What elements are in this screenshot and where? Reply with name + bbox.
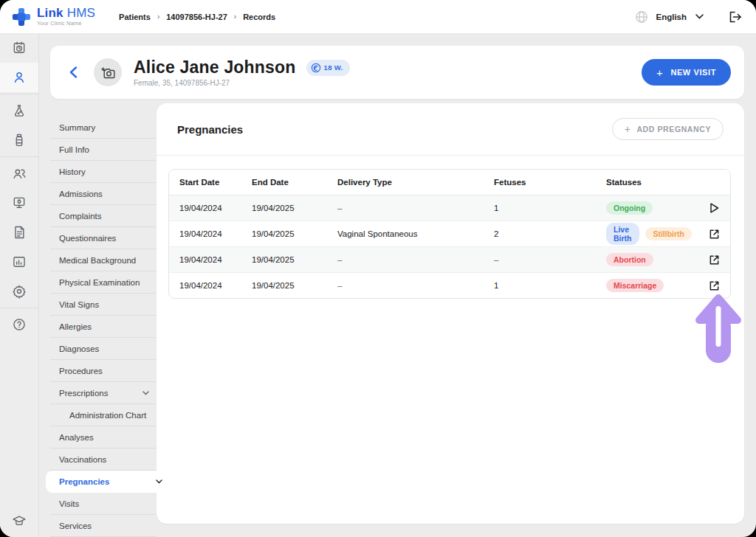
sidebar-item-diagnoses[interactable]: Diagnoses bbox=[50, 338, 157, 360]
chevron-down-icon bbox=[695, 14, 704, 19]
sidebar-item-physical-examination[interactable]: Physical Examination bbox=[50, 271, 157, 294]
status-badge: Ongoing bbox=[606, 201, 653, 215]
brand-logo[interactable]: Link HMS Your Clinic Name bbox=[12, 7, 95, 27]
col-statuses: Statuses bbox=[596, 178, 698, 187]
table-row[interactable]: 19/04/2024 19/04/2025 – 1 Miscarriage bbox=[169, 273, 730, 298]
open-in-new-icon bbox=[709, 229, 720, 240]
sidebar-item-vital-signs[interactable]: Vital Signs bbox=[50, 294, 157, 316]
top-bar: Link HMS Your Clinic Name Patients › 140… bbox=[0, 0, 756, 34]
status-badge: Live Birth bbox=[606, 223, 639, 245]
sidebar-item-analyses[interactable]: Analyses bbox=[50, 426, 157, 448]
table-row[interactable]: 19/04/2024 19/04/2025 – – Abortion bbox=[169, 247, 730, 273]
chevron-down-icon bbox=[156, 479, 162, 484]
col-fetuses: Fetuses bbox=[484, 178, 596, 187]
patient-name: Alice Jane Johnson bbox=[134, 58, 296, 77]
sidebar-item-history[interactable]: History bbox=[50, 161, 157, 183]
patient-avatar-upload[interactable] bbox=[94, 58, 122, 86]
table-row[interactable]: 19/04/2024 19/04/2025 Vaginal Spontaneou… bbox=[169, 221, 730, 247]
table-row[interactable]: 19/04/2024 19/04/2025 – 1 Ongoing bbox=[169, 195, 730, 221]
pregnancies-card: Pregnancies + ADD PREGNANCY Start Date E… bbox=[157, 103, 744, 524]
sidebar-item-visits[interactable]: Visits bbox=[50, 493, 157, 515]
sidebar-item-admissions[interactable]: Admissions bbox=[50, 183, 157, 205]
rail-billing-icon[interactable] bbox=[0, 218, 38, 247]
sidebar-item-pregnancies[interactable]: Pregnancies bbox=[46, 471, 170, 493]
rail-pharmacy-icon[interactable] bbox=[0, 125, 38, 155]
breadcrumb-separator: › bbox=[234, 13, 236, 21]
gestation-badge: 18 W. bbox=[306, 60, 351, 76]
play-icon bbox=[709, 202, 720, 214]
rail-laboratory-icon[interactable] bbox=[0, 96, 38, 125]
open-in-new-icon bbox=[709, 254, 720, 266]
breadcrumb-records[interactable]: Records bbox=[243, 13, 275, 21]
sidebar-item-prescriptions[interactable]: Prescriptions bbox=[50, 382, 157, 404]
language-label: English bbox=[656, 13, 687, 21]
status-badge: Miscarriage bbox=[606, 279, 664, 292]
sidebar-item-summary[interactable]: Summary bbox=[50, 117, 157, 139]
brand-cross-icon bbox=[12, 7, 31, 27]
rail-appointments-icon[interactable] bbox=[0, 33, 38, 63]
gestation-weeks: 18 W. bbox=[324, 63, 343, 72]
sidebar-item-vaccinations[interactable]: Vaccinations bbox=[50, 448, 157, 471]
chevron-left-icon bbox=[69, 66, 78, 78]
logout-icon bbox=[729, 10, 743, 24]
link-hms-app: Link HMS Your Clinic Name Patients › 140… bbox=[0, 0, 756, 537]
resume-pregnancy-button[interactable] bbox=[698, 202, 730, 214]
brand-tagline: Your Clinic Name bbox=[37, 21, 95, 27]
sidebar-item-services[interactable]: Services bbox=[50, 515, 157, 537]
add-pregnancy-button[interactable]: + ADD PREGNANCY bbox=[612, 118, 724, 140]
open-pregnancy-button[interactable] bbox=[698, 280, 730, 291]
open-pregnancy-button[interactable] bbox=[698, 254, 730, 266]
open-in-new-icon bbox=[709, 280, 720, 291]
rail-divider bbox=[0, 156, 38, 157]
record-sections-menu: Summary Full Info History Admissions Com… bbox=[50, 117, 157, 537]
breadcrumb-patients[interactable]: Patients bbox=[119, 13, 151, 21]
rail-help-icon[interactable] bbox=[0, 310, 38, 339]
rail-divider bbox=[0, 308, 38, 308]
rail-workstation-icon[interactable] bbox=[0, 188, 38, 218]
new-visit-label: NEW VISIT bbox=[670, 68, 716, 77]
logout-button[interactable] bbox=[729, 10, 743, 24]
chevron-down-icon bbox=[142, 391, 149, 395]
sidebar-item-allergies[interactable]: Allergies bbox=[50, 316, 157, 338]
rail-education-icon[interactable] bbox=[12, 513, 27, 528]
breadcrumb: Patients › 14097856-HJ-27 › Records bbox=[119, 13, 275, 21]
brand-name-bold: Link bbox=[37, 6, 63, 20]
sidebar-item-questionnaires[interactable]: Questionnaires bbox=[50, 227, 157, 249]
camera-plus-icon bbox=[101, 66, 115, 79]
brand-name-light: HMS bbox=[67, 6, 95, 20]
rail-divider bbox=[0, 94, 38, 94]
col-delivery-type: Delivery Type bbox=[327, 178, 484, 187]
col-end-date: End Date bbox=[241, 178, 327, 187]
sidebar-item-administration-chart[interactable]: Administration Chart bbox=[50, 404, 157, 426]
sidebar-item-complaints[interactable]: Complaints bbox=[50, 205, 157, 227]
fetus-icon bbox=[311, 63, 321, 73]
patient-subtitle: Female, 35, 14097856-HJ-27 bbox=[134, 79, 350, 87]
pregnancies-table: Start Date End Date Delivery Type Fetuse… bbox=[168, 169, 731, 299]
rail-patients-icon[interactable] bbox=[0, 63, 38, 92]
table-header-row: Start Date End Date Delivery Type Fetuse… bbox=[169, 170, 730, 195]
patient-header-card: Alice Jane Johnson 18 W. Female, 35, 140… bbox=[50, 46, 744, 99]
plus-icon: + bbox=[656, 66, 663, 79]
page-title: Pregnancies bbox=[177, 123, 243, 136]
sidebar-item-full-info[interactable]: Full Info bbox=[50, 139, 157, 161]
status-badge: Stillbirth bbox=[645, 227, 692, 240]
breadcrumb-patient-id[interactable]: 14097856-HJ-27 bbox=[166, 13, 227, 21]
status-badge: Abortion bbox=[606, 253, 653, 266]
breadcrumb-separator: › bbox=[157, 13, 159, 21]
col-start-date: Start Date bbox=[169, 178, 241, 187]
sidebar-item-medical-background[interactable]: Medical Background bbox=[50, 249, 157, 271]
new-visit-button[interactable]: + NEW VISIT bbox=[642, 59, 731, 86]
open-pregnancy-button[interactable] bbox=[698, 229, 730, 240]
back-button[interactable] bbox=[69, 66, 78, 78]
brand-name: Link HMS bbox=[37, 7, 95, 19]
rail-settings-icon[interactable] bbox=[0, 277, 38, 306]
rail-staff-icon[interactable] bbox=[0, 159, 38, 188]
add-pregnancy-label: ADD PREGNANCY bbox=[636, 125, 711, 134]
icon-rail bbox=[0, 33, 39, 537]
language-selector[interactable]: English bbox=[635, 10, 704, 24]
sidebar-item-procedures[interactable]: Procedures bbox=[50, 360, 157, 382]
plus-icon: + bbox=[625, 123, 631, 135]
globe-icon bbox=[635, 10, 648, 24]
rail-reports-icon[interactable] bbox=[0, 247, 38, 277]
